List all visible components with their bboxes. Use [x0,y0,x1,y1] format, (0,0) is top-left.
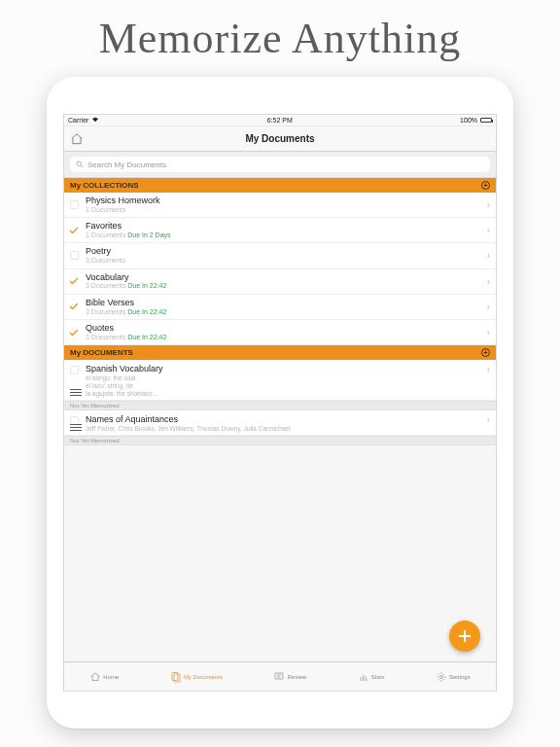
collection-row[interactable]: Vocabulary3 Documents Due In 22:42› [64,269,496,295]
status-carrier: Carrier [68,117,88,124]
collections-list: Physics Homework1 Documents›Favorites1 D… [64,193,496,345]
document-row[interactable]: Names of AquaintancesJeff Fisher, Chris … [64,410,496,436]
status-battery-percent: 100% [460,117,477,124]
search-placeholder: Search My Documents [88,160,166,169]
tab-settings[interactable]: Settings [436,671,471,683]
chevron-right-icon: › [487,414,490,425]
collection-subtitle: 1 Documents [86,206,481,214]
wifi-icon [91,117,99,124]
tab-review[interactable]: Review [273,671,306,683]
checkmark-icon[interactable] [68,275,80,287]
content-area[interactable]: My COLLECTIONS + Physics Homework1 Docum… [64,178,496,661]
collection-row[interactable]: Favorites1 Documents Due In 2 Days› [64,218,496,243]
svg-line-1 [81,165,83,167]
chevron-right-icon: › [487,302,490,312]
document-preview-line: la agujeta: the shoelace... [86,390,481,398]
collection-subtitle: 1 Documents Due In 2 Days [86,231,481,239]
checkbox-empty[interactable] [68,364,80,375]
status-time: 6:52 PM [267,117,293,124]
collection-subtitle: 3 Documents [86,257,481,265]
document-title: Spanish Vocabulary [86,364,481,374]
collection-row[interactable]: Bible Verses3 Documents Due In 22:42› [64,295,496,320]
chevron-right-icon: › [487,199,490,210]
checkmark-icon[interactable] [68,301,80,312]
reorder-handle-icon[interactable] [70,389,82,396]
document-preview-line: el abrigo: the coat [86,374,481,382]
stats-icon [358,671,369,683]
collection-title: Bible Verses [86,298,481,308]
documents-icon [170,671,182,683]
chevron-right-icon: › [487,276,490,287]
collection-title: Poetry [86,246,481,257]
document-status-bar: Not Yet Memorized [64,436,496,445]
add-document-button[interactable]: + [481,348,490,357]
collection-row[interactable]: Quotes3 Documents Due In 22:42› [64,320,496,345]
promo-headline: Memorize Anything [99,14,462,63]
tab-stats[interactable]: Stats [358,671,385,683]
section-header-documents: My DOCUMENTS + [64,345,496,360]
page-title: My Documents [64,133,496,144]
add-collection-button[interactable]: + [481,181,490,190]
checkbox-empty[interactable] [68,250,80,262]
home-icon [89,671,101,683]
section-label: My COLLECTIONS [70,181,139,190]
collection-subtitle: 3 Documents Due In 22:42 [86,282,481,290]
svg-rect-4 [275,673,283,679]
document-preview-line: el lazo: string, tie [86,382,481,390]
checkbox-empty[interactable] [68,199,80,211]
collection-row[interactable]: Physics Homework1 Documents› [64,193,496,218]
checkmark-icon[interactable] [68,327,80,338]
section-label: My DOCUMENTS [70,348,133,357]
chevron-right-icon: › [487,364,490,374]
document-row[interactable]: Spanish Vocabularyel abrigo: the coatel … [64,360,496,401]
search-input[interactable]: Search My Documents [70,157,490,172]
tab-label: Review [287,674,306,680]
collection-title: Physics Homework [86,196,481,206]
svg-point-5 [440,675,443,678]
chevron-right-icon: › [487,225,490,235]
collection-title: Quotes [86,323,481,334]
collection-title: Favorites [86,221,481,231]
search-icon [76,160,84,168]
collection-subtitle: 3 Documents Due In 22:42 [86,334,481,341]
nav-bar: My Documents [64,126,496,152]
tab-label: My Documents [184,674,223,680]
svg-point-0 [77,161,82,166]
tab-bar: Home My Documents Review Stats [64,661,496,691]
chevron-right-icon: › [487,327,490,338]
document-title: Names of Aquaintances [86,414,481,425]
plus-icon [457,628,472,644]
tab-label: Stats [371,674,385,680]
collection-title: Vocabulary [86,272,481,283]
status-bar: Carrier 6:52 PM 100% [64,115,496,126]
battery-icon [480,118,492,123]
review-icon [273,671,285,683]
documents-list: Spanish Vocabularyel abrigo: the coatel … [64,360,496,445]
collection-subtitle: 3 Documents Due In 22:42 [86,308,481,316]
checkmark-icon[interactable] [68,225,80,236]
chevron-right-icon: › [487,250,490,261]
reorder-handle-icon[interactable] [70,424,82,431]
search-bar-container: Search My Documents [64,152,496,178]
tab-home[interactable]: Home [89,671,119,683]
document-preview-line: Jeff Fisher, Chris Brooks, Jen Williams,… [86,425,481,433]
document-status-bar: Not Yet Memorized [64,401,496,410]
app-screen: Carrier 6:52 PM 100% My Documents Search… [63,114,497,692]
tab-label: Home [103,674,119,680]
tab-my-documents[interactable]: My Documents [170,671,223,683]
device-frame: Carrier 6:52 PM 100% My Documents Search… [47,77,513,729]
section-header-collections: My COLLECTIONS + [64,178,496,193]
gear-icon [436,671,447,683]
collection-row[interactable]: Poetry3 Documents› [64,243,496,268]
add-fab-button[interactable] [449,621,480,652]
tab-label: Settings [449,674,471,680]
